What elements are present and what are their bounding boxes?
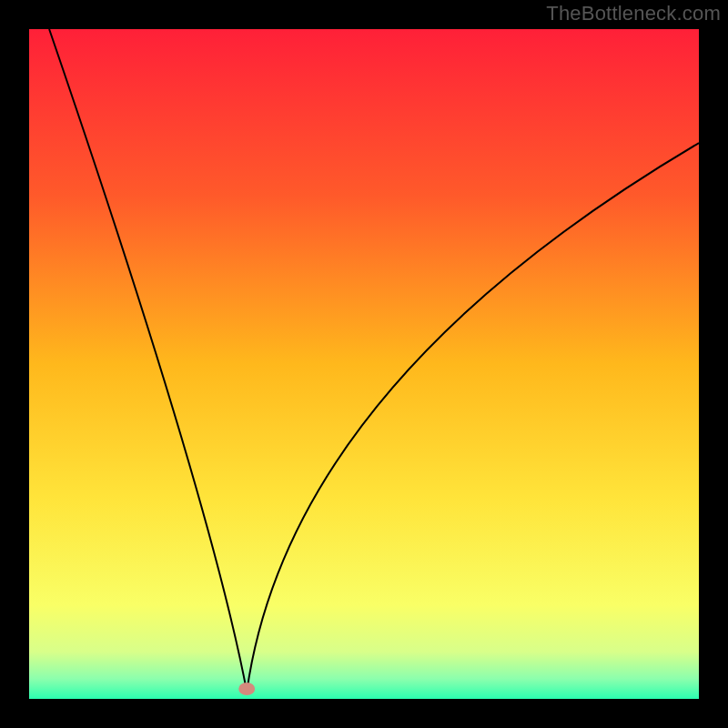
minimum-marker	[238, 682, 255, 695]
watermark-label: TheBottleneck.com	[546, 2, 721, 25]
chart-stage: TheBottleneck.com	[0, 0, 728, 728]
bottleneck-chart	[0, 0, 728, 728]
plot-area	[29, 29, 699, 699]
